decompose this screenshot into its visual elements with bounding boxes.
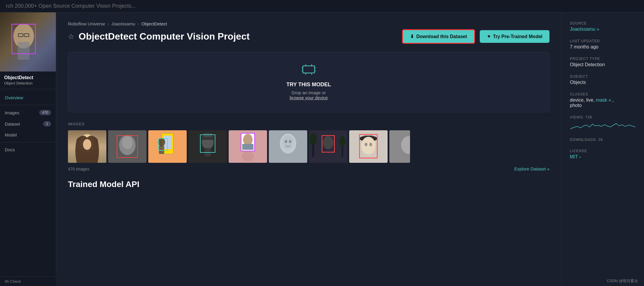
trained-model-title: Trained Model API <box>68 180 549 189</box>
thumb-svg-4 <box>188 130 227 163</box>
sidebar-preview <box>0 12 56 72</box>
sidebar: ObjectDetect Object Detection Overview I… <box>0 12 56 284</box>
meta-classes: CLASSES device, live, mask » , photo <box>570 92 636 108</box>
star-icon[interactable]: ☆ <box>68 32 74 41</box>
search-input[interactable] <box>6 3 183 9</box>
svg-point-39 <box>242 151 254 162</box>
svg-point-44 <box>289 140 291 143</box>
meta-project-type: PROJECT TYPE Object Detection <box>570 57 636 67</box>
image-thumb-4[interactable] <box>188 130 227 163</box>
sidebar-item-overview[interactable]: Overview <box>0 92 56 103</box>
images-footer: 470 images Explore Dataset » <box>68 166 549 171</box>
try-model-title: TRY THIS MODEL <box>74 82 543 88</box>
sidebar-item-model[interactable]: Model <box>0 129 56 140</box>
bottom-bar: Ith Check <box>0 277 56 284</box>
svg-point-49 <box>339 136 345 147</box>
classes-label: CLASSES <box>570 92 636 96</box>
source-value[interactable]: JoaoIssamu » <box>570 27 636 32</box>
sidebar-item-dataset[interactable]: Dataset 1 <box>0 118 56 129</box>
image-thumb-9[interactable] <box>389 130 410 163</box>
thumb-svg-5 <box>229 130 267 163</box>
svg-rect-6 <box>303 66 315 73</box>
meta-downloads: DOWNLOADS: 38 <box>570 138 636 142</box>
image-thumb-7[interactable] <box>309 130 347 163</box>
classes-separator: , <box>612 98 614 103</box>
source-label: SOURCE <box>570 21 636 25</box>
model-icon <box>74 64 543 77</box>
last-updated-value: 7 months ago <box>570 44 636 50</box>
subject-value: Objects <box>570 80 636 85</box>
images-grid <box>68 130 549 163</box>
breadcrumb-sep-2: › <box>138 21 139 26</box>
svg-rect-31 <box>203 133 212 137</box>
dataset-badge: 1 <box>43 121 51 126</box>
downloads-label: DOWNLOADS: 38 <box>570 138 636 142</box>
meta-license: LICENSE MIT › <box>570 149 636 160</box>
meta-source: SOURCE JoaoIssamu » <box>570 21 636 32</box>
breadcrumb-project: ObjectDetect <box>142 21 167 26</box>
try-model-card[interactable]: TRY THIS MODEL Drop an image or browse y… <box>68 52 549 112</box>
license-value[interactable]: MIT › <box>570 154 636 160</box>
breadcrumb-sep-1: › <box>108 21 109 26</box>
image-thumb-1[interactable] <box>68 130 106 163</box>
meta-subject: SUBJECT Objects <box>570 74 636 85</box>
meta-views: VIEWS: 738 <box>570 115 636 131</box>
bounding-box-icon <box>302 64 316 75</box>
preview-background <box>0 12 56 72</box>
svg-point-50 <box>323 136 334 149</box>
mask-link[interactable]: mask » <box>596 98 611 103</box>
images-section-label: IMAGES <box>68 122 549 126</box>
sidebar-project-name: ObjectDetect <box>4 75 52 80</box>
thumb-svg-9 <box>389 130 410 163</box>
header-buttons: ⬇ Download this Dataset ✦ Try Pre-Traine… <box>402 29 549 44</box>
sidebar-item-docs[interactable]: Docs <box>0 144 56 155</box>
images-badge: 470 <box>39 110 51 115</box>
main-layout: ObjectDetect Object Detection Overview I… <box>0 12 644 284</box>
top-search-bar <box>0 0 644 12</box>
image-thumb-2[interactable] <box>108 130 147 163</box>
svg-point-43 <box>285 140 287 143</box>
svg-rect-37 <box>242 144 253 150</box>
breadcrumb-user[interactable]: JoaoIssamu <box>111 21 135 26</box>
image-thumb-3[interactable] <box>148 130 187 163</box>
explore-dataset-link[interactable]: Explore Dataset » <box>514 166 549 171</box>
classes-extra: photo <box>570 103 582 108</box>
subject-label: SUBJECT <box>570 74 636 79</box>
image-thumb-6[interactable] <box>269 130 307 163</box>
download-button[interactable]: ⬇ Download this Dataset <box>402 29 475 44</box>
views-label: VIEWS: 738 <box>570 115 636 119</box>
svg-point-57 <box>369 143 372 146</box>
svg-point-47 <box>310 133 317 145</box>
sidebar-nav: Overview Images 470 Dataset 1 Model Docs <box>0 89 56 284</box>
svg-point-17 <box>83 139 91 150</box>
pretrained-icon: ✦ <box>487 34 491 39</box>
last-updated-label: LAST UPDATED <box>570 39 636 43</box>
svg-point-56 <box>365 143 367 146</box>
meta-last-updated: LAST UPDATED 7 months ago <box>570 39 636 50</box>
nav-divider-2 <box>0 142 56 142</box>
chart-svg <box>570 121 636 129</box>
browse-device-link[interactable]: browse your device <box>290 95 328 100</box>
breadcrumb-universe[interactable]: Roboflow Universe <box>68 21 105 26</box>
sidebar-item-images[interactable]: Images 470 <box>0 107 56 118</box>
svg-rect-26 <box>159 146 164 154</box>
page-header: ☆ ObjectDetect Computer Vision Project ⬇… <box>68 29 549 44</box>
image-thumb-5[interactable] <box>229 130 267 163</box>
thumb-svg-1 <box>68 130 106 163</box>
pretrained-button[interactable]: ✦ Try Pre-Trained Model <box>480 30 549 43</box>
breadcrumb: Roboflow Universe › JoaoIssamu › ObjectD… <box>68 21 549 26</box>
svg-point-55 <box>361 137 375 155</box>
right-sidebar: SOURCE JoaoIssamu » LAST UPDATED 7 month… <box>561 12 644 284</box>
download-icon: ⬇ <box>410 34 414 39</box>
content-area: Roboflow Universe › JoaoIssamu › ObjectD… <box>56 12 561 284</box>
sidebar-project-info: ObjectDetect Object Detection <box>0 72 56 89</box>
csdn-watermark: CSDN @明月窗台 <box>607 278 638 284</box>
classes-value: device, live, mask » , photo <box>570 98 636 108</box>
trained-model-section: Trained Model API <box>68 180 549 189</box>
svg-point-42 <box>283 135 293 149</box>
images-count: 470 images <box>68 167 89 171</box>
svg-point-20 <box>122 136 133 149</box>
image-thumb-8[interactable] <box>349 130 388 163</box>
nav-divider <box>0 105 56 105</box>
thumb-svg-3 <box>148 130 187 163</box>
